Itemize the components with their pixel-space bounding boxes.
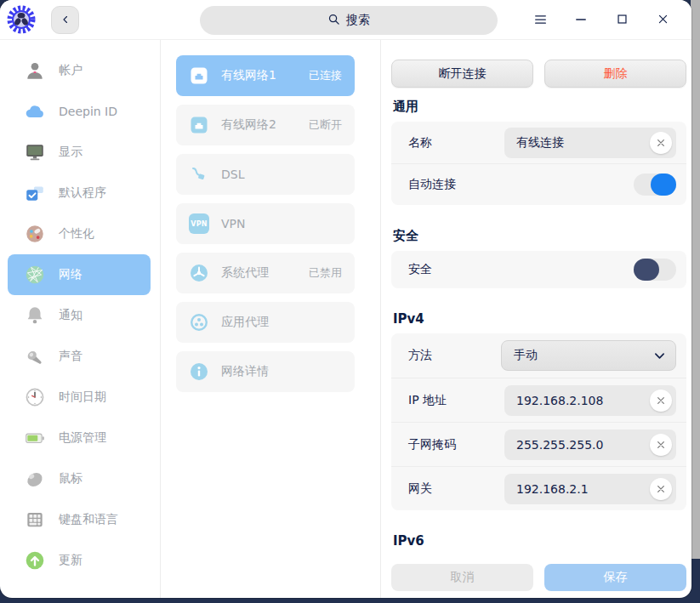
sidebar-item-label: 网络	[59, 267, 83, 282]
ip-input[interactable]	[504, 394, 650, 407]
sidebar-item-keyboard[interactable]: 键盘和语言	[8, 499, 151, 540]
security-card: 安全	[391, 251, 686, 288]
disconnect-button[interactable]: 断开连接	[391, 60, 533, 88]
list-item-wired-2[interactable]: 有线网络2 已断开	[176, 105, 355, 145]
method-row: 方法 手动	[391, 333, 686, 378]
window-menu-button[interactable]	[520, 0, 561, 40]
sidebar: 帐户 Deepin ID 显示 默认程序	[0, 40, 161, 598]
security-toggle[interactable]	[634, 259, 676, 281]
minimize-button[interactable]	[561, 0, 601, 40]
action-buttons: 断开连接 删除	[391, 60, 686, 88]
sidebar-item-sound[interactable]: 声音	[8, 336, 151, 377]
ip-label: IP 地址	[408, 393, 504, 408]
list-item-system-proxy[interactable]: 系统代理 已禁用	[176, 253, 355, 293]
cancel-button[interactable]: 取消	[391, 564, 533, 591]
maximize-icon	[617, 12, 628, 28]
save-button[interactable]: 保存	[544, 564, 686, 591]
network-name: 系统代理	[221, 265, 269, 281]
sidebar-item-label: 声音	[59, 349, 83, 364]
sidebar-item-label: 默认程序	[59, 185, 106, 201]
section-title-security: 安全	[393, 228, 686, 244]
clear-icon[interactable]	[650, 390, 672, 412]
clear-icon[interactable]	[650, 132, 672, 154]
method-select[interactable]: 手动	[501, 340, 676, 371]
sidebar-item-accounts[interactable]: 帐户	[8, 50, 151, 91]
list-item-app-proxy[interactable]: 应用代理	[176, 302, 355, 343]
sidebar-item-datetime[interactable]: 时间日期	[8, 377, 151, 418]
gateway-field[interactable]	[504, 474, 676, 504]
bell-icon	[24, 304, 46, 327]
name-label: 名称	[408, 135, 504, 151]
sidebar-item-display[interactable]: 显示	[8, 132, 151, 173]
netmask-field[interactable]	[504, 429, 676, 460]
clear-icon[interactable]	[650, 434, 672, 456]
network-name: 有线网络1	[221, 68, 276, 83]
app-proxy-icon	[189, 312, 209, 333]
network-list: 有线网络1 已连接 有线网络2 已断开 DSL VPN VPN	[161, 40, 381, 598]
palette-icon	[24, 223, 46, 245]
netmask-label: 子网掩码	[408, 437, 504, 452]
window-controls	[520, 0, 683, 40]
close-button[interactable]	[642, 0, 683, 40]
name-field[interactable]	[504, 128, 676, 158]
user-icon	[24, 60, 46, 82]
sidebar-item-system-info[interactable]	[8, 581, 151, 598]
section-title-general: 通用	[393, 99, 686, 115]
network-name: DSL	[221, 168, 244, 181]
sidebar-item-personalization[interactable]: 个性化	[8, 213, 151, 254]
control-center-window: 搜索	[0, 0, 691, 598]
method-value: 手动	[514, 348, 538, 363]
netmask-input[interactable]	[504, 438, 650, 452]
sidebar-item-label: Deepin ID	[59, 105, 117, 118]
name-input[interactable]	[504, 136, 650, 150]
status-badge: 已禁用	[309, 265, 342, 281]
maximize-button[interactable]	[601, 0, 642, 40]
network-name: 网络详情	[221, 364, 269, 379]
network-name: VPN	[221, 217, 246, 230]
clear-icon[interactable]	[650, 478, 672, 500]
list-item-wired-1[interactable]: 有线网络1 已连接	[176, 55, 355, 96]
search-input[interactable]: 搜索	[200, 6, 498, 35]
netmask-row: 子网掩码	[391, 422, 686, 466]
security-label: 安全	[408, 262, 634, 277]
list-item-dsl[interactable]: DSL	[176, 154, 355, 195]
mouse-icon	[24, 468, 46, 490]
network-name: 应用代理	[221, 315, 269, 330]
list-item-vpn[interactable]: VPN VPN	[176, 203, 355, 244]
section-title-ipv6: IPv6	[393, 533, 686, 549]
sidebar-item-mouse[interactable]: 鼠标	[8, 458, 151, 499]
titlebar: 搜索	[0, 0, 691, 40]
update-arrow-icon	[24, 549, 46, 572]
autoconnect-toggle[interactable]	[634, 174, 676, 196]
sidebar-item-label: 键盘和语言	[59, 512, 118, 527]
chevron-down-icon	[654, 349, 665, 362]
sidebar-item-network[interactable]: 网络	[8, 254, 151, 295]
status-badge: 已断开	[309, 117, 342, 133]
search-icon	[327, 13, 340, 28]
list-item-network-details[interactable]: 网络详情	[176, 351, 355, 392]
battery-icon	[24, 427, 46, 449]
sidebar-item-update[interactable]: 更新	[8, 540, 151, 581]
sidebar-item-notifications[interactable]: 通知	[8, 295, 151, 336]
footer-buttons: 取消 保存	[391, 564, 686, 591]
ip-field[interactable]	[504, 385, 676, 416]
sidebar-item-label: 帐户	[59, 63, 83, 78]
delete-button[interactable]: 删除	[544, 60, 686, 88]
sidebar-item-deepin-id[interactable]: Deepin ID	[8, 91, 151, 132]
sidebar-item-power[interactable]: 电源管理	[8, 418, 151, 458]
cloud-icon	[24, 100, 46, 122]
sidebar-item-label: 个性化	[59, 226, 94, 242]
gateway-row: 网关	[391, 466, 686, 510]
gateway-input[interactable]	[504, 482, 650, 496]
network-globe-icon	[24, 264, 46, 286]
sidebar-item-label: 鼠标	[59, 471, 83, 486]
sidebar-item-label: 通知	[59, 308, 83, 323]
info-icon	[189, 361, 209, 382]
back-button[interactable]	[51, 6, 79, 34]
dsl-cable-icon	[189, 164, 209, 185]
apps-icon	[24, 182, 46, 204]
network-name: 有线网络2	[221, 117, 276, 133]
autoconnect-label: 自动连接	[408, 177, 634, 192]
sidebar-item-default-apps[interactable]: 默认程序	[8, 173, 151, 213]
monitor-icon	[24, 141, 46, 163]
